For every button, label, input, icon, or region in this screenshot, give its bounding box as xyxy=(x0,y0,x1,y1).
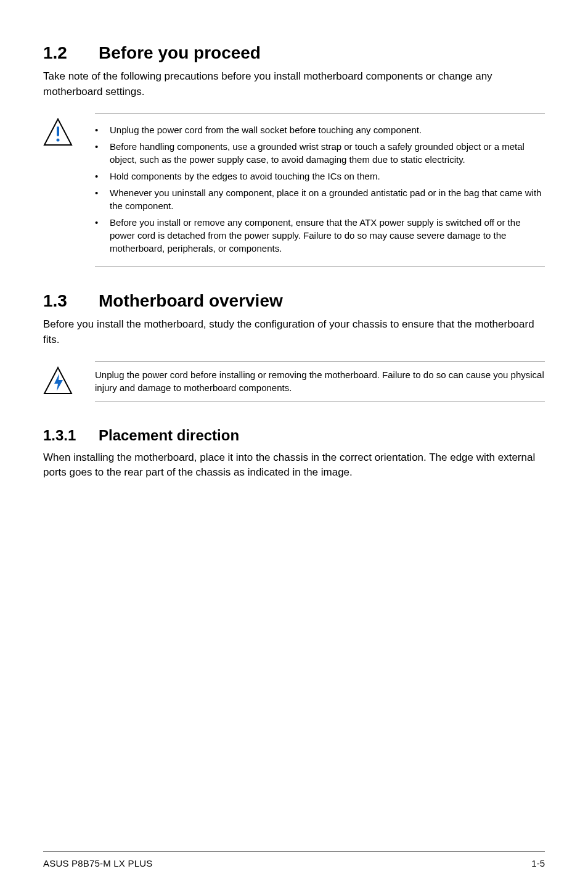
danger-callout: Unplug the power cord before installing … xyxy=(43,361,545,402)
danger-body: Unplug the power cord before installing … xyxy=(95,361,545,402)
caution-text: Hold components by the edges to avoid to… xyxy=(110,170,545,183)
svg-point-2 xyxy=(57,139,60,142)
section-title: Motherboard overview xyxy=(99,291,283,310)
caution-text: Before you install or remove any compone… xyxy=(110,216,545,255)
section-title: Before you proceed xyxy=(99,43,261,62)
section-number: 1.3 xyxy=(43,291,99,311)
caution-text: Before handling components, use a ground… xyxy=(110,140,545,166)
page-footer: ASUS P8B75-M LX PLUS 1-5 xyxy=(43,851,545,887)
footer-product: ASUS P8B75-M LX PLUS xyxy=(43,858,152,868)
caution-item: •Before handling components, use a groun… xyxy=(95,140,545,166)
bullet: • xyxy=(95,140,110,153)
caution-callout: •Unplug the power cord from the wall soc… xyxy=(43,113,545,266)
bullet: • xyxy=(95,123,110,136)
caution-item: •Before you install or remove any compon… xyxy=(95,216,545,255)
bullet: • xyxy=(95,186,110,199)
caution-item: •Unplug the power cord from the wall soc… xyxy=(95,123,545,136)
section-heading: 1.2Before you proceed xyxy=(43,43,545,63)
caution-body: •Unplug the power cord from the wall soc… xyxy=(95,113,545,266)
svg-marker-4 xyxy=(54,374,63,391)
section-number: 1.2 xyxy=(43,43,99,63)
caution-item: •Whenever you uninstall any component, p… xyxy=(95,186,545,212)
caution-text: Whenever you uninstall any component, pl… xyxy=(110,186,545,212)
caution-icon xyxy=(43,113,80,266)
svg-rect-1 xyxy=(57,126,59,136)
danger-text: Unplug the power cord before installing … xyxy=(95,369,544,393)
caution-item: •Hold components by the edges to avoid t… xyxy=(95,170,545,183)
bullet: • xyxy=(95,216,110,229)
subsection-title: Placement direction xyxy=(99,427,239,444)
caution-text: Unplug the power cord from the wall sock… xyxy=(110,123,545,136)
subsection-number: 1.3.1 xyxy=(43,427,99,444)
subsection-lead: When installing the motherboard, place i… xyxy=(43,450,545,481)
danger-icon xyxy=(43,361,80,402)
subsection-heading: 1.3.1Placement direction xyxy=(43,427,545,444)
section-lead: Take note of the following precautions b… xyxy=(43,69,545,99)
footer-page-number: 1-5 xyxy=(531,858,545,868)
section-heading: 1.3Motherboard overview xyxy=(43,291,545,311)
section-lead: Before you install the motherboard, stud… xyxy=(43,317,545,347)
bullet: • xyxy=(95,170,110,183)
